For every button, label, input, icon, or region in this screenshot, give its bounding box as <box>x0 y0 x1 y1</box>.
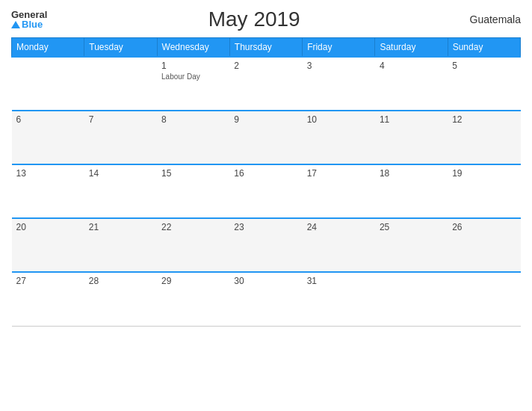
day-number: 23 <box>234 222 297 232</box>
day-number: 30 <box>234 276 297 286</box>
day-cell: 1Labour Day <box>157 57 229 111</box>
day-number: 20 <box>16 222 80 232</box>
week-row-2: 6789101112 <box>12 111 521 164</box>
day-number: 22 <box>161 222 225 232</box>
country-name: Guatemala <box>461 13 521 25</box>
day-cell: 14 <box>84 164 157 218</box>
day-cell: 3 <box>303 57 375 111</box>
header-sunday: Sunday <box>448 38 520 58</box>
day-cell: 26 <box>448 218 520 272</box>
day-cell: 27 <box>12 272 84 326</box>
day-cell: 13 <box>12 164 84 218</box>
day-number: 27 <box>16 276 80 286</box>
calendar-container: General Blue May 2019 Guatemala Monday T… <box>0 0 532 411</box>
day-number: 29 <box>161 276 225 286</box>
day-number: 2 <box>234 61 297 71</box>
day-number: 6 <box>16 114 80 125</box>
day-cell: 5 <box>448 57 520 111</box>
holiday-label: Labour Day <box>161 72 225 81</box>
day-cell <box>12 57 84 111</box>
day-number: 9 <box>234 114 297 125</box>
logo: General Blue <box>11 10 47 29</box>
day-cell: 7 <box>84 111 157 164</box>
day-number: 14 <box>89 168 152 179</box>
day-cell: 11 <box>375 111 448 164</box>
calendar-header: General Blue May 2019 Guatemala <box>11 7 521 31</box>
logo-triangle-icon <box>11 21 20 28</box>
day-cell: 31 <box>303 272 375 326</box>
header-saturday: Saturday <box>375 38 448 58</box>
day-cell: 17 <box>303 164 375 218</box>
day-number: 10 <box>307 114 371 125</box>
day-number: 7 <box>89 114 152 125</box>
day-number: 24 <box>307 222 371 232</box>
day-cell: 4 <box>375 57 448 111</box>
header-monday: Monday <box>12 38 84 58</box>
day-cell: 21 <box>84 218 157 272</box>
day-cell <box>84 57 157 111</box>
day-number: 16 <box>234 168 297 179</box>
day-cell <box>448 272 520 326</box>
header-thursday: Thursday <box>229 38 302 58</box>
day-number: 15 <box>161 168 225 179</box>
day-cell: 20 <box>12 218 84 272</box>
day-number: 12 <box>452 114 516 125</box>
day-cell: 8 <box>157 111 229 164</box>
day-cell: 30 <box>229 272 302 326</box>
week-row-3: 13141516171819 <box>12 164 521 218</box>
day-number: 5 <box>452 61 516 71</box>
day-cell: 19 <box>448 164 520 218</box>
day-number: 1 <box>161 61 225 71</box>
day-cell: 9 <box>229 111 302 164</box>
header-wednesday: Wednesday <box>157 38 229 58</box>
week-row-4: 20212223242526 <box>12 218 521 272</box>
day-cell: 18 <box>375 164 448 218</box>
day-cell: 28 <box>84 272 157 326</box>
day-cell: 24 <box>303 218 375 272</box>
header-friday: Friday <box>303 38 375 58</box>
day-number: 11 <box>380 114 443 125</box>
day-number: 31 <box>307 276 371 286</box>
week-row-5: 2728293031 <box>12 272 521 326</box>
day-number: 3 <box>307 61 371 71</box>
week-row-1: 1Labour Day2345 <box>12 57 521 111</box>
day-number: 25 <box>380 222 443 232</box>
weekday-header-row: Monday Tuesday Wednesday Thursday Friday… <box>12 38 521 58</box>
day-number: 18 <box>380 168 443 179</box>
day-number: 26 <box>452 222 516 232</box>
day-cell: 25 <box>375 218 448 272</box>
day-number: 13 <box>16 168 80 179</box>
day-cell: 6 <box>12 111 84 164</box>
month-title: May 2019 <box>47 7 461 31</box>
day-number: 4 <box>380 61 443 71</box>
day-number: 28 <box>89 276 152 286</box>
day-cell: 15 <box>157 164 229 218</box>
day-cell: 10 <box>303 111 375 164</box>
header-tuesday: Tuesday <box>84 38 157 58</box>
calendar-grid: Monday Tuesday Wednesday Thursday Friday… <box>11 37 521 327</box>
day-cell: 16 <box>229 164 302 218</box>
day-number: 8 <box>161 114 225 125</box>
day-cell <box>375 272 448 326</box>
day-cell: 12 <box>448 111 520 164</box>
logo-blue-text: Blue <box>11 19 47 29</box>
day-cell: 2 <box>229 57 302 111</box>
day-number: 17 <box>307 168 371 179</box>
day-number: 21 <box>89 222 152 232</box>
day-cell: 29 <box>157 272 229 326</box>
day-cell: 23 <box>229 218 302 272</box>
day-cell: 22 <box>157 218 229 272</box>
day-number: 19 <box>452 168 516 179</box>
